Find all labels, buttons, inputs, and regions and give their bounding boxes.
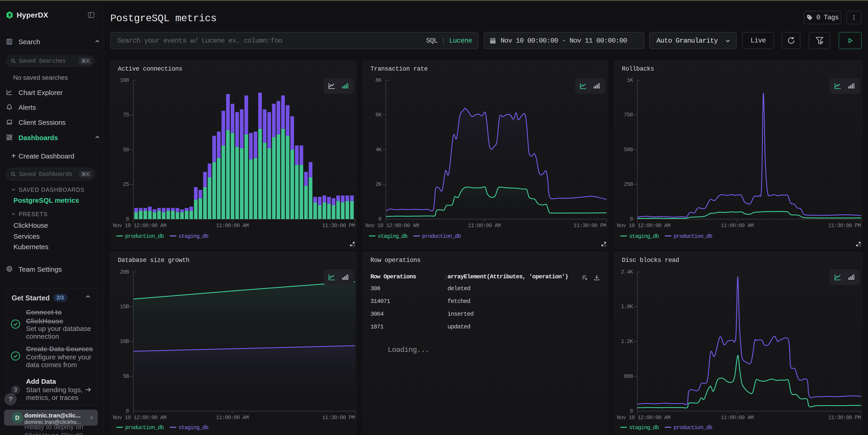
svg-text:11:30:00 PM: 11:30:00 PM (828, 223, 861, 229)
svg-text:Nov 10 12:00:00 AM: Nov 10 12:00:00 AM (617, 223, 670, 229)
svg-text:production_db: production_db (674, 425, 712, 431)
svg-text:1.2K: 1.2K (621, 338, 633, 344)
svg-text:staging_db: staging_db (179, 233, 208, 239)
svg-text:75: 75 (123, 112, 129, 118)
svg-text:4K: 4K (375, 147, 382, 153)
svg-text:2.4K: 2.4K (621, 269, 633, 275)
svg-text:11:00:00 AM: 11:00:00 AM (468, 223, 501, 229)
svg-text:11:00:00 AM: 11:00:00 AM (721, 414, 753, 421)
svg-text:11:00:00 AM: 11:00:00 AM (216, 223, 248, 229)
svg-text:1K: 1K (627, 77, 633, 83)
svg-text:0: 0 (630, 408, 633, 414)
svg-text:production_db: production_db (125, 425, 164, 431)
svg-text:600: 600 (624, 373, 633, 379)
svg-text:11:30:00 PM: 11:30:00 PM (828, 414, 861, 421)
svg-text:6K: 6K (375, 112, 382, 118)
svg-text:2K: 2K (375, 181, 382, 188)
svg-text:11:30:00 PM: 11:30:00 PM (322, 414, 355, 421)
svg-text:production_db: production_db (125, 233, 164, 239)
svg-text:staging_db: staging_db (179, 425, 208, 431)
svg-text:Nov 10 12:00:00 AM: Nov 10 12:00:00 AM (617, 414, 670, 421)
svg-text:1.8K: 1.8K (621, 304, 633, 310)
svg-text:50: 50 (123, 147, 129, 153)
svg-text:production_db: production_db (674, 233, 712, 239)
svg-text:500: 500 (624, 147, 633, 153)
svg-text:10B: 10B (120, 338, 129, 344)
svg-text:20B: 20B (120, 269, 129, 275)
svg-text:staging_db: staging_db (629, 425, 659, 431)
svg-text:0: 0 (126, 408, 129, 414)
svg-text:11:00:00 AM: 11:00:00 AM (721, 223, 753, 229)
svg-text:250: 250 (624, 181, 633, 188)
svg-text:750: 750 (624, 112, 633, 118)
svg-text:Nov 10 12:00:00 AM: Nov 10 12:00:00 AM (113, 414, 166, 421)
svg-text:15B: 15B (120, 304, 129, 310)
svg-text:11:30:00 PM: 11:30:00 PM (322, 223, 355, 229)
svg-text:5B: 5B (123, 373, 129, 379)
svg-text:11:30:00 PM: 11:30:00 PM (574, 223, 606, 229)
svg-text:0: 0 (378, 216, 381, 222)
svg-text:100: 100 (120, 77, 129, 83)
svg-text:production_db: production_db (422, 233, 461, 239)
svg-text:8K: 8K (375, 77, 382, 83)
svg-text:staging_db: staging_db (378, 233, 407, 239)
svg-text:staging_db: staging_db (629, 233, 659, 239)
svg-text:Nov 10 12:00:00 AM: Nov 10 12:00:00 AM (365, 223, 419, 229)
svg-text:25: 25 (123, 181, 129, 188)
svg-text:0: 0 (630, 216, 633, 222)
svg-text:Nov 10 12:00:00 AM: Nov 10 12:00:00 AM (113, 223, 166, 229)
svg-text:11:00:00 AM: 11:00:00 AM (216, 414, 248, 421)
svg-text:0: 0 (126, 216, 129, 222)
